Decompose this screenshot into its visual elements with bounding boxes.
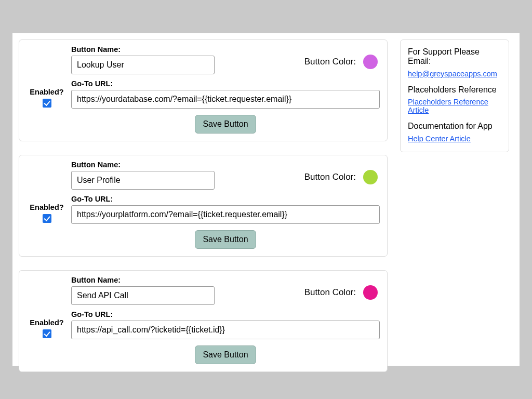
placeholders-link[interactable]: Placeholders Reference Article: [408, 98, 501, 114]
name-block: Button Name:: [71, 45, 215, 74]
goto-url-input[interactable]: [71, 205, 380, 224]
button-config-card: Enabled? Button Name: Button Color:: [19, 270, 388, 372]
fields-column: Button Name: Button Color: Go-To URL: Sa…: [71, 161, 380, 249]
save-row: Save Button: [71, 115, 380, 134]
enabled-checkbox[interactable]: [43, 329, 51, 338]
url-block: Go-To URL:: [71, 79, 380, 109]
placeholders-heading: Placeholders Reference: [408, 85, 501, 95]
enabled-label: Enabled?: [30, 88, 63, 96]
top-row: Button Name: Button Color:: [71, 276, 380, 305]
color-block: Button Color:: [304, 276, 380, 300]
button-color-label: Button Color:: [304, 287, 356, 298]
button-name-label: Button Name:: [71, 276, 215, 284]
color-swatch[interactable]: [363, 285, 378, 300]
button-name-input[interactable]: [71, 171, 215, 190]
button-name-input[interactable]: [71, 286, 215, 305]
name-block: Button Name:: [71, 161, 215, 190]
sidebar: For Support Please Email: help@greyspace…: [400, 39, 509, 360]
name-block: Button Name:: [71, 276, 215, 305]
top-row: Button Name: Button Color:: [71, 45, 380, 74]
goto-url-input[interactable]: [71, 321, 380, 339]
button-config-list: Enabled? Button Name: Button Color:: [19, 39, 388, 360]
docs-heading: Documentation for App: [408, 122, 501, 131]
support-email-link[interactable]: help@greyspaceapps.com: [408, 70, 497, 78]
fields-column: Button Name: Button Color: Go-To URL: Sa…: [71, 276, 380, 364]
url-block: Go-To URL:: [71, 310, 380, 339]
save-row: Save Button: [71, 230, 380, 249]
color-swatch[interactable]: [363, 170, 378, 184]
button-color-label: Button Color:: [304, 172, 356, 182]
button-name-label: Button Name:: [71, 161, 215, 169]
save-button[interactable]: Save Button: [195, 230, 256, 249]
color-block: Button Color:: [304, 45, 380, 69]
support-heading: For Support Please Email:: [408, 47, 501, 66]
top-row: Button Name: Button Color:: [71, 161, 380, 190]
help-card: For Support Please Email: help@greyspace…: [400, 39, 509, 152]
fields-column: Button Name: Button Color: Go-To URL: Sa…: [71, 45, 380, 134]
save-button[interactable]: Save Button: [195, 115, 256, 134]
color-swatch[interactable]: [363, 55, 378, 69]
docs-link[interactable]: Help Center Article: [408, 135, 471, 143]
enabled-label: Enabled?: [30, 203, 63, 211]
save-row: Save Button: [71, 345, 380, 364]
goto-url-label: Go-To URL:: [71, 195, 380, 203]
button-name-input[interactable]: [71, 56, 215, 74]
enabled-checkbox[interactable]: [43, 214, 51, 223]
save-button[interactable]: Save Button: [195, 345, 256, 364]
goto-url-label: Go-To URL:: [71, 79, 380, 88]
button-config-card: Enabled? Button Name: Button Color:: [19, 39, 388, 141]
enabled-column: Enabled?: [26, 301, 67, 340]
enabled-column: Enabled?: [26, 185, 67, 224]
enabled-column: Enabled?: [26, 70, 67, 109]
button-name-label: Button Name:: [71, 45, 215, 54]
enabled-checkbox[interactable]: [43, 99, 51, 108]
goto-url-label: Go-To URL:: [71, 310, 380, 318]
button-color-label: Button Color:: [304, 57, 356, 67]
url-block: Go-To URL:: [71, 195, 380, 224]
goto-url-input[interactable]: [71, 90, 380, 109]
button-config-card: Enabled? Button Name: Button Color:: [19, 155, 388, 257]
app-root: Enabled? Button Name: Button Color:: [12, 33, 520, 366]
enabled-label: Enabled?: [30, 318, 63, 327]
color-block: Button Color:: [304, 161, 380, 184]
